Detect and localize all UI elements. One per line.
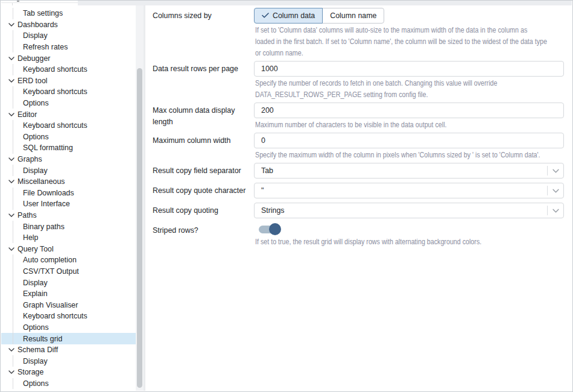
tree-guide-line <box>13 232 13 244</box>
top-cutoff-strip <box>78 1 572 5</box>
setting-row-max-column-data-display-length: Max column data display lengthMaximum nu… <box>153 103 564 131</box>
tree-item-display[interactable]: Display <box>1 277 144 288</box>
chevron-down-icon[interactable] <box>548 209 563 213</box>
tree-item-label: Tab settings <box>23 9 63 17</box>
tree-guide-line <box>13 266 13 277</box>
tree-item-label: Paths <box>17 211 37 220</box>
setting-row-data-result-rows-per-page: Data result rows per pageSpecify the num… <box>153 61 564 101</box>
tree-item-sql-formatting[interactable]: SQL formatting <box>1 142 144 154</box>
chevron-down-icon <box>8 247 15 251</box>
field-control-area: Specify the number of records to fetch i… <box>254 61 564 101</box>
help-text-line: Maximum number of characters to be visib… <box>255 119 524 131</box>
tree-item-keyboard-shortcuts[interactable]: Keyboard shortcuts <box>1 64 144 75</box>
help-text: Maximum number of characters to be visib… <box>254 119 564 131</box>
tree-item-keyboard-shortcuts[interactable]: Keyboard shortcuts <box>1 311 144 322</box>
segment-column-name[interactable]: Column name <box>322 8 384 24</box>
chevron-down-icon[interactable] <box>548 169 563 173</box>
tree-item-label: File Downloads <box>23 189 74 197</box>
data-result-rows-per-page-input[interactable] <box>254 61 564 77</box>
scrollbar-thumb[interactable] <box>137 68 142 388</box>
tree-item-keyboard-shortcuts[interactable]: Keyboard shortcuts <box>1 120 144 131</box>
tree-item-label: User Interface <box>23 200 70 208</box>
preferences-window: Tab settingsDashboardsDisplayRefresh rat… <box>0 0 573 392</box>
tree-group-editor[interactable]: Editor <box>1 109 144 120</box>
tree-item-file-downloads[interactable]: File Downloads <box>1 188 144 199</box>
tree-guide-line <box>13 165 13 176</box>
help-text-line: Specify the maximum width of the column … <box>255 150 524 161</box>
tree-group-paths[interactable]: Paths <box>1 210 144 221</box>
tree-item-label: Keyboard shortcuts <box>23 87 87 96</box>
chevron-down-icon <box>8 347 15 352</box>
tree-group-debugger[interactable]: Debugger <box>1 52 144 64</box>
tree-item-options[interactable]: Options <box>1 98 144 109</box>
chevron-down-icon[interactable] <box>548 189 563 193</box>
tree-guide-line <box>13 8 13 19</box>
tree-guide-line <box>13 277 13 288</box>
preferences-tree: Tab settingsDashboardsDisplayRefresh rat… <box>1 5 144 391</box>
field-label: Result copy field separator <box>153 163 254 179</box>
segment-column-data[interactable]: Column data <box>254 8 323 24</box>
tree-item-tab-settings[interactable]: Tab settings <box>1 8 144 19</box>
tree-item-label: Help <box>23 233 38 242</box>
help-text-line: If set to true, the result grid will dis… <box>255 236 524 248</box>
tree-group-miscellaneous[interactable]: Miscellaneous <box>1 176 144 188</box>
tree-item-graph-visualiser[interactable]: Graph Visualiser <box>1 299 144 311</box>
tree-guide-line <box>13 30 13 42</box>
tree-item-options[interactable]: Options <box>1 378 144 390</box>
tree-item-display[interactable]: Display <box>1 165 144 176</box>
tree-group-schema-diff[interactable]: Schema Diff <box>1 344 144 356</box>
field-control-area: Strings <box>254 203 564 218</box>
striped-rows-switch[interactable] <box>259 223 281 235</box>
chevron-down-icon <box>8 179 15 184</box>
tree-item-binary-paths[interactable]: Binary paths <box>1 221 144 232</box>
setting-row-columns-sized-by: Columns sized byColumn dataColumn nameIf… <box>153 8 564 59</box>
result-copy-field-separator-select[interactable]: Tab <box>254 163 564 179</box>
sidebar-scrollbar[interactable] <box>136 5 144 391</box>
columns-sized-by-toggle-group: Column dataColumn name <box>254 8 384 24</box>
tree-group-storage[interactable]: Storage <box>1 367 144 378</box>
tree-guide-line <box>13 221 13 232</box>
tree-item-label: Keyboard shortcuts <box>23 312 87 320</box>
tree-item-label: Dashboards <box>17 21 58 29</box>
field-label: Max column data display length <box>153 103 254 131</box>
setting-row-result-copy-quoting: Result copy quotingStrings <box>153 203 564 218</box>
help-text-line: DATA_RESULT_ROWS_PER_PAGE setting from c… <box>255 89 524 101</box>
tree-item-display[interactable]: Display <box>1 355 144 367</box>
tree-item-label: Keyboard shortcuts <box>23 65 87 74</box>
tree-guide-line <box>13 254 13 266</box>
tree-item-label: Display <box>23 166 48 175</box>
tree-item-explain[interactable]: Explain <box>1 288 144 300</box>
result-copy-quoting-select[interactable]: Strings <box>254 203 564 218</box>
tree-item-help[interactable]: Help <box>1 232 144 244</box>
help-text-line: or column name. <box>255 48 524 59</box>
tree-item-label: Results grid <box>23 335 62 343</box>
tree-item-results-grid[interactable]: Results grid <box>1 333 144 344</box>
tree-group-graphs[interactable]: Graphs <box>1 154 144 165</box>
cutoff-text-fragment <box>17 1 19 2</box>
tree-group-erd-tool[interactable]: ERD tool <box>1 75 144 87</box>
tree-item-refresh-rates[interactable]: Refresh rates <box>1 42 144 53</box>
tree-item-options[interactable]: Options <box>1 322 144 334</box>
tree-item-label: Graph Visualiser <box>23 301 78 309</box>
tree-item-csv-txt-output[interactable]: CSV/TXT Output <box>1 266 144 277</box>
tree-item-keyboard-shortcuts[interactable]: Keyboard shortcuts <box>1 86 144 98</box>
segment-label: Column data <box>273 11 315 20</box>
maximum-column-width-input[interactable] <box>254 133 564 148</box>
field-label: Maximum column width <box>153 133 254 161</box>
tree-group-dashboards[interactable]: Dashboards <box>1 19 144 31</box>
tree-item-display[interactable]: Display <box>1 30 144 42</box>
result-copy-quote-character-select[interactable]: " <box>254 183 564 198</box>
select-value: Tab <box>261 166 547 175</box>
tree-item-label: Display <box>23 357 48 365</box>
max-column-data-display-length-input[interactable] <box>254 103 564 118</box>
tree-item-auto-completion[interactable]: Auto completion <box>1 254 144 266</box>
tree-item-label: Graphs <box>17 155 42 163</box>
tree-item-options[interactable]: Options <box>1 131 144 143</box>
chevron-down-icon <box>8 56 15 61</box>
field-label: Result copy quote character <box>153 183 254 198</box>
tree-item-user-interface[interactable]: User Interface <box>1 198 144 210</box>
tree-group-query-tool[interactable]: Query Tool <box>1 243 144 254</box>
tree-guide-line <box>13 64 13 75</box>
check-icon <box>262 11 269 20</box>
tree-guide-line <box>13 131 13 143</box>
